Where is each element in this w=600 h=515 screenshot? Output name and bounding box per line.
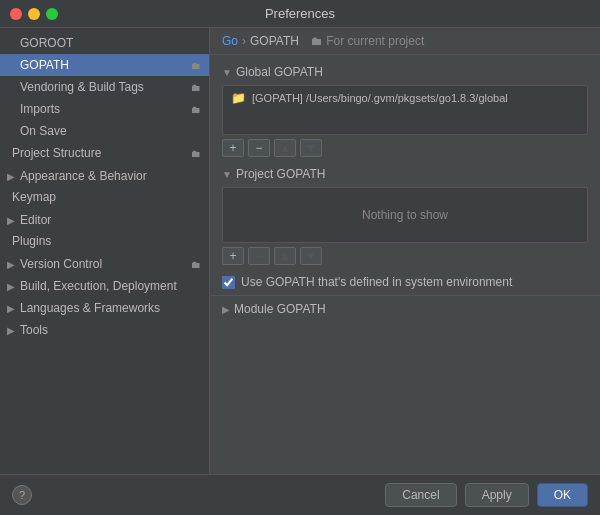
sidebar-item-plugins[interactable]: Plugins [0, 230, 209, 252]
help-button[interactable]: ? [12, 485, 32, 505]
build-arrow-icon: ▶ [6, 281, 16, 291]
sidebar-label-build: Build, Execution, Deployment [20, 279, 177, 293]
folder-icon: 📁 [231, 91, 246, 105]
sidebar-item-appearance[interactable]: ▶ Appearance & Behavior [0, 164, 209, 186]
cancel-button[interactable]: Cancel [385, 483, 456, 507]
imports-icon: 🖿 [191, 104, 201, 115]
global-gopath-remove-button[interactable]: − [248, 139, 270, 157]
sidebar-item-languages[interactable]: ▶ Languages & Frameworks [0, 296, 209, 318]
maximize-button[interactable] [46, 8, 58, 20]
breadcrumb-current: GOPATH [250, 34, 299, 48]
global-gopath-arrow-icon: ▼ [222, 67, 232, 78]
sidebar-label-project-structure: Project Structure [12, 146, 101, 160]
sidebar-item-build[interactable]: ▶ Build, Execution, Deployment [0, 274, 209, 296]
sidebar-item-project-structure[interactable]: Project Structure 🖿 [0, 142, 209, 164]
sidebar-label-appearance: Appearance & Behavior [20, 169, 147, 183]
breadcrumb-note: 🖿 For current project [311, 34, 424, 48]
project-gopath-empty: Nothing to show [223, 188, 587, 242]
project-gopath-section-header[interactable]: ▼ Project GOPATH [210, 161, 600, 187]
sidebar-item-imports[interactable]: Imports 🖿 [0, 98, 209, 120]
tools-arrow-icon: ▶ [6, 325, 16, 335]
global-gopath-section-header[interactable]: ▼ Global GOPATH [210, 59, 600, 85]
apply-button[interactable]: Apply [465, 483, 529, 507]
breadcrumb-separator: › [242, 34, 246, 48]
title-bar: Preferences [0, 0, 600, 28]
ok-button[interactable]: OK [537, 483, 588, 507]
gopath-icon: 🖿 [191, 60, 201, 71]
project-gopath-down-button[interactable]: ▼ [300, 247, 322, 265]
global-gopath-toolbar: + − ▲ ▼ [210, 135, 600, 161]
sidebar-item-vendoring[interactable]: Vendoring & Build Tags 🖿 [0, 76, 209, 98]
sidebar-item-goroot[interactable]: GOROOT [0, 32, 209, 54]
sidebar-label-gopath: GOPATH [20, 58, 69, 72]
sidebar-item-gopath[interactable]: GOPATH 🖿 [0, 54, 209, 76]
sidebar-label-goroot: GOROOT [20, 36, 73, 50]
sidebar-item-onsave[interactable]: On Save [0, 120, 209, 142]
sidebar-label-languages: Languages & Frameworks [20, 301, 160, 315]
project-gopath-title: Project GOPATH [236, 167, 326, 181]
sidebar-label-editor: Editor [20, 213, 51, 227]
checkbox-row: Use GOPATH that's defined in system envi… [210, 269, 600, 295]
window-title: Preferences [265, 6, 335, 21]
content-area: Go › GOPATH 🖿 For current project ▼ Glob… [210, 28, 600, 474]
project-gopath-arrow-icon: ▼ [222, 169, 232, 180]
project-gopath-add-button[interactable]: + [222, 247, 244, 265]
module-gopath-section[interactable]: ▶ Module GOPATH [210, 295, 600, 322]
sidebar-item-version-control[interactable]: ▶ Version Control 🖿 [0, 252, 209, 274]
bottom-bar: ? Cancel Apply OK [0, 474, 600, 515]
appearance-arrow-icon: ▶ [6, 171, 16, 181]
minimize-button[interactable] [28, 8, 40, 20]
project-gopath-remove-button[interactable]: − [248, 247, 270, 265]
sidebar: GOROOT GOPATH 🖿 Vendoring & Build Tags 🖿… [0, 28, 210, 474]
main-layout: GOROOT GOPATH 🖿 Vendoring & Build Tags 🖿… [0, 28, 600, 474]
sidebar-label-tools: Tools [20, 323, 48, 337]
project-structure-icon: 🖿 [191, 148, 201, 159]
sidebar-label-plugins: Plugins [12, 234, 51, 248]
project-gopath-toolbar: + − ▲ ▼ [210, 243, 600, 269]
module-gopath-arrow-icon: ▶ [222, 304, 230, 315]
global-gopath-path-list: 📁 [GOPATH] /Users/bingo/.gvm/pkgsets/go1… [222, 85, 588, 135]
breadcrumb-go-link[interactable]: Go [222, 34, 238, 48]
project-gopath-path-list: Nothing to show [222, 187, 588, 243]
sidebar-label-keymap: Keymap [12, 190, 56, 204]
close-button[interactable] [10, 8, 22, 20]
version-control-arrow-icon: ▶ [6, 259, 16, 269]
sidebar-label-imports: Imports [20, 102, 60, 116]
checkbox-label: Use GOPATH that's defined in system envi… [241, 275, 512, 289]
global-gopath-path-item[interactable]: 📁 [GOPATH] /Users/bingo/.gvm/pkgsets/go1… [223, 86, 587, 110]
global-gopath-down-button[interactable]: ▼ [300, 139, 322, 157]
window-controls [10, 8, 58, 20]
vendoring-icon: 🖿 [191, 82, 201, 93]
sidebar-label-vendoring: Vendoring & Build Tags [20, 80, 144, 94]
scroll-area: ▼ Global GOPATH 📁 [GOPATH] /Users/bingo/… [210, 55, 600, 474]
global-gopath-add-button[interactable]: + [222, 139, 244, 157]
global-gopath-path-text: [GOPATH] /Users/bingo/.gvm/pkgsets/go1.8… [252, 92, 508, 104]
sidebar-label-onsave: On Save [20, 124, 67, 138]
project-gopath-up-button[interactable]: ▲ [274, 247, 296, 265]
module-gopath-title: Module GOPATH [234, 302, 326, 316]
sidebar-item-editor[interactable]: ▶ Editor [0, 208, 209, 230]
breadcrumb: Go › GOPATH 🖿 For current project [210, 28, 600, 55]
sidebar-label-version-control: Version Control [20, 257, 102, 271]
editor-arrow-icon: ▶ [6, 215, 16, 225]
sidebar-item-tools[interactable]: ▶ Tools [0, 318, 209, 340]
action-buttons: Cancel Apply OK [385, 483, 588, 507]
global-gopath-title: Global GOPATH [236, 65, 323, 79]
system-env-checkbox[interactable] [222, 276, 235, 289]
version-control-icon: 🖿 [191, 259, 201, 270]
global-gopath-up-button[interactable]: ▲ [274, 139, 296, 157]
languages-arrow-icon: ▶ [6, 303, 16, 313]
sidebar-item-keymap[interactable]: Keymap [0, 186, 209, 208]
